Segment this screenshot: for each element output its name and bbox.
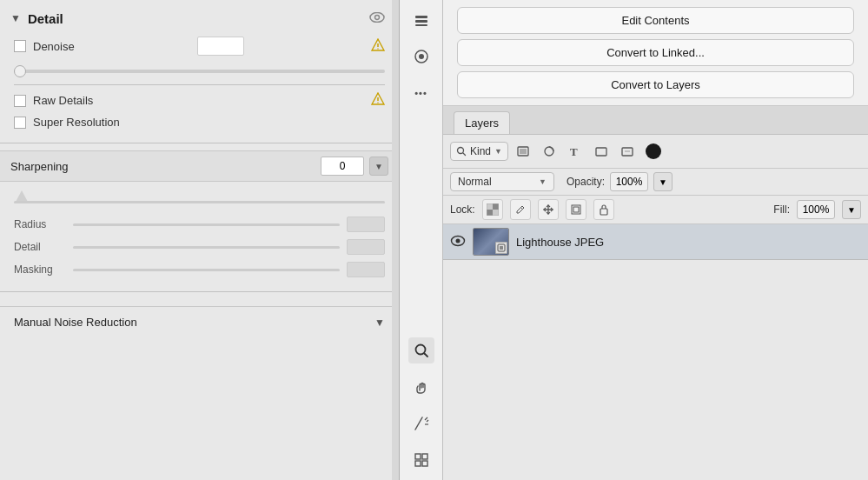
radius-input[interactable] (347, 217, 385, 232)
svg-point-3 (377, 48, 378, 49)
lock-image-icon-btn[interactable] (510, 199, 531, 220)
fill-arrow[interactable]: ▼ (842, 200, 861, 219)
blend-mode-chevron: ▼ (539, 177, 547, 186)
layer-link-icon (495, 242, 507, 254)
svg-line-12 (424, 354, 427, 357)
manual-noise-chevron[interactable]: ▼ (374, 317, 385, 329)
fill-input[interactable] (797, 200, 835, 219)
opacity-arrow[interactable]: ▼ (653, 172, 673, 191)
svg-point-5 (377, 102, 378, 103)
svg-point-11 (415, 345, 425, 355)
denoise-checkbox[interactable] (14, 40, 26, 52)
lock-transparent-icon-btn[interactable] (482, 199, 503, 220)
magic-wand-icon[interactable] (408, 410, 434, 437)
edit-contents-button[interactable]: Edit Contents (457, 7, 854, 34)
layer-thumbnail (473, 228, 509, 256)
pixel-filter-icon-btn[interactable] (512, 140, 534, 163)
svg-rect-24 (520, 149, 527, 154)
lock-all-icon-btn[interactable] (593, 199, 614, 220)
svg-rect-6 (415, 16, 427, 18)
opacity-label: Opacity: (567, 176, 605, 188)
opacity-input[interactable] (610, 172, 648, 191)
more-icon[interactable]: ••• (408, 80, 434, 106)
grid-icon[interactable] (408, 447, 434, 473)
sharpening-slider-track (14, 201, 385, 203)
convert-to-layers-button[interactable]: Convert to Layers (457, 71, 854, 98)
black-circle (646, 143, 661, 159)
effect-filter-icon-btn[interactable] (642, 140, 665, 163)
blend-mode-dropdown[interactable]: Normal ▼ (450, 172, 554, 191)
denoise-slider-container (14, 63, 385, 76)
scroll-track[interactable] (392, 0, 399, 480)
convert-to-linked-button[interactable]: Convert to Linked... (457, 39, 854, 66)
svg-rect-40 (500, 246, 503, 250)
lock-position-icon-btn[interactable] (538, 199, 559, 220)
svg-rect-29 (487, 203, 493, 210)
type-filter-icon-btn[interactable]: T (564, 140, 586, 163)
search-small-icon (456, 146, 467, 157)
kind-chevron: ▼ (494, 147, 502, 156)
sharpening-dropdown-arrow[interactable]: ▼ (369, 157, 388, 176)
sharpening-title: Sharpening (10, 160, 69, 173)
svg-line-14 (425, 417, 427, 420)
sharpening-header: Sharpening ▼ (0, 150, 399, 182)
detail-section-header: ▼ Detail (0, 0, 399, 33)
radius-row: Radius (14, 213, 385, 236)
smart-filter-icon-btn[interactable] (616, 140, 639, 163)
layers-tab[interactable]: Layers (454, 111, 510, 134)
svg-rect-27 (596, 148, 606, 156)
denoise-label: Denoise (33, 40, 75, 53)
manual-noise-row: Manual Noise Reduction ▼ (0, 306, 399, 337)
super-resolution-label: Super Resolution (33, 116, 120, 129)
denoise-value-input[interactable] (197, 37, 244, 56)
panel-content: Denoise Raw Details (0, 33, 399, 139)
layer-item[interactable]: Lighthouse JPEG (443, 224, 868, 260)
detail-input[interactable] (347, 239, 385, 255)
svg-point-1 (375, 16, 380, 20)
sharpening-value-input[interactable] (321, 157, 364, 176)
svg-rect-31 (493, 203, 499, 210)
lock-artboard-icon-btn[interactable] (566, 199, 586, 220)
layer-visibility-icon[interactable] (450, 235, 466, 250)
svg-rect-19 (415, 461, 421, 466)
svg-point-10 (419, 54, 424, 59)
circle-dot-icon[interactable] (408, 43, 434, 70)
kind-label: Kind (470, 145, 491, 157)
denoise-slider[interactable] (14, 70, 385, 73)
magnify-icon[interactable] (408, 337, 434, 363)
detail-slider-track (73, 246, 340, 249)
hand-icon[interactable] (408, 374, 434, 400)
svg-line-13 (415, 417, 422, 430)
divider-3 (0, 291, 399, 292)
detail-chevron-icon[interactable]: ▼ (10, 12, 21, 24)
svg-rect-18 (422, 454, 427, 459)
svg-point-21 (458, 148, 464, 154)
svg-rect-20 (422, 461, 427, 466)
raw-details-label: Raw Details (33, 94, 93, 107)
divider-2 (0, 143, 399, 143)
detail-sub-label: Detail (14, 241, 66, 253)
svg-rect-8 (415, 24, 427, 26)
svg-rect-35 (573, 207, 579, 212)
masking-input[interactable] (347, 262, 385, 277)
divider-1 (14, 84, 385, 85)
masking-slider-track (73, 269, 340, 271)
svg-point-0 (370, 13, 384, 23)
radius-slider-track (73, 223, 340, 226)
eye-icon[interactable] (369, 10, 385, 26)
raw-details-warn-icon (371, 92, 385, 109)
layers-stack-icon[interactable] (408, 7, 434, 33)
denoise-row: Denoise (14, 37, 385, 56)
svg-text:T: T (570, 145, 578, 158)
adjustment-filter-icon-btn[interactable] (538, 140, 560, 163)
raw-details-checkbox[interactable] (14, 95, 26, 107)
left-panel: ▼ Detail Denoise (0, 0, 400, 480)
shape-filter-icon-btn[interactable] (590, 140, 613, 163)
kind-dropdown[interactable]: Kind ▼ (450, 142, 508, 161)
super-resolution-checkbox[interactable] (14, 117, 26, 129)
lock-label: Lock: (450, 203, 475, 216)
masking-label: Masking (14, 263, 66, 276)
manual-noise-title: Manual Noise Reduction (14, 316, 137, 329)
layer-name: Lighthouse JPEG (516, 236, 861, 249)
svg-line-16 (427, 420, 428, 422)
